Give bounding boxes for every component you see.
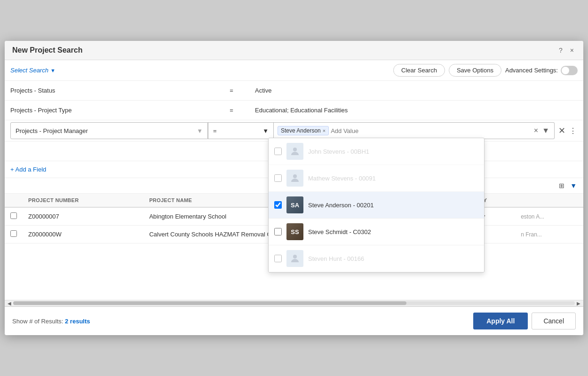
clear-search-button[interactable]: Clear Search	[393, 64, 445, 77]
dialog-title: New Project Search	[12, 46, 82, 55]
dropdown-toggle-icon[interactable]: ▼	[541, 125, 550, 136]
close-icon[interactable]: ×	[568, 46, 576, 55]
value-tag-text: Steve Anderson	[281, 127, 321, 134]
th-extra	[515, 194, 583, 207]
criteria-field-status: Projects - Status	[10, 87, 208, 94]
row2-checkbox-cell	[5, 226, 23, 243]
svg-point-0	[293, 148, 297, 151]
th-checkbox	[5, 194, 23, 207]
value-actions: × ▼	[533, 125, 550, 136]
scroll-right-icon[interactable]: ▶	[575, 300, 582, 306]
checkbox-steve-anderson[interactable]	[274, 201, 282, 209]
criteria-operator-project-type: =	[208, 107, 255, 114]
checkbox-steve-schmidt[interactable]	[274, 228, 282, 235]
svg-point-2	[293, 255, 297, 258]
avatar-steven-hunt	[286, 250, 303, 267]
field-select-text: Projects - Project Manager	[16, 127, 195, 134]
apply-all-button[interactable]: Apply All	[473, 313, 528, 329]
dialog: New Project Search ? × Select Search ▼ C…	[5, 41, 583, 335]
columns-icon[interactable]: ⊞	[558, 181, 565, 190]
advanced-settings: Advanced Settings:	[505, 66, 578, 75]
row1-checkbox-cell	[5, 207, 23, 226]
item-name-mathew-stevens: Mathew Stevens - 00091	[308, 175, 376, 182]
dialog-header: New Project Search ? ×	[5, 41, 583, 60]
chevron-down-icon: ▼	[50, 68, 56, 73]
avatar-steve-schmidt: SS	[286, 223, 303, 240]
criteria-field-project-type: Projects - Project Type	[10, 107, 208, 114]
item-name-steve-schmidt: Steve Schmidt - C0302	[308, 228, 371, 235]
th-project-number: PROJECT NUMBER	[23, 194, 143, 207]
operator-select-text: =	[213, 127, 217, 134]
checkbox-steven-hunt[interactable]	[274, 255, 282, 262]
toolbar: Select Search ▼ Clear Search Save Option…	[5, 60, 583, 81]
scrollbar-track[interactable]	[13, 301, 575, 305]
remove-row-icon[interactable]: ✕	[557, 125, 566, 137]
more-options-icon[interactable]: ⋮	[568, 125, 578, 136]
horizontal-scrollbar[interactable]: ◀ ▶	[5, 300, 583, 306]
criteria-value-project-type: Educational; Educational Facilities	[255, 107, 578, 114]
criteria-row-project-type: Projects - Project Type = Educational; E…	[5, 101, 583, 120]
criteria-operator-status: =	[208, 87, 255, 94]
select-search-label: Select Search	[10, 67, 48, 74]
dropdown-item-steven-hunt[interactable]: Steven Hunt - 00166	[269, 245, 484, 272]
operator-select-project-manager[interactable]: = ▼	[208, 122, 274, 139]
avatar-mathew-stevens	[286, 170, 303, 187]
results-prefix: Show # of Results:	[12, 318, 63, 325]
help-icon[interactable]: ?	[557, 46, 564, 55]
filter-icon[interactable]: ▼	[569, 181, 578, 190]
row2-extra: n Fran...	[515, 226, 583, 243]
criteria-value-status: Active	[255, 87, 578, 94]
dropdown-item-mathew-stevens[interactable]: Mathew Stevens - 00091	[269, 165, 484, 192]
row2-project-number: Z0000000W	[23, 226, 143, 243]
row1-project-number: Z00000007	[23, 207, 143, 226]
select-search-dropdown[interactable]: Select Search ▼	[10, 67, 56, 74]
row1-checkbox[interactable]	[10, 212, 17, 219]
field-chevron-icon: ▼	[197, 127, 203, 134]
scrollbar-thumb[interactable]	[13, 301, 406, 305]
header-icons: ? ×	[557, 46, 576, 55]
item-name-steven-hunt: Steven Hunt - 00166	[308, 255, 364, 262]
field-select-project-manager[interactable]: Projects - Project Manager ▼	[10, 122, 208, 139]
row1-extra: eston A...	[515, 207, 583, 226]
dropdown-overlay: John Stevens - 00BH1 Mathew Stevens - 00…	[268, 138, 485, 273]
value-area-project-manager: Steve Anderson × × ▼	[274, 122, 555, 139]
item-name-john-stevens: John Stevens - 00BH1	[308, 148, 369, 155]
criteria-row-status: Projects - Status = Active	[5, 81, 583, 101]
search-criteria: Projects - Status = Active Projects - Pr…	[5, 81, 583, 178]
footer-buttons: Apply All Cancel	[473, 313, 576, 329]
scroll-left-icon[interactable]: ◀	[6, 300, 13, 306]
save-options-button[interactable]: Save Options	[449, 64, 501, 77]
clear-value-icon[interactable]: ×	[533, 125, 539, 136]
remove-value-icon[interactable]: ×	[323, 128, 326, 133]
svg-point-1	[293, 174, 297, 178]
checkbox-john-stevens[interactable]	[274, 148, 282, 155]
avatar-steve-anderson: SA	[286, 196, 303, 213]
dropdown-item-steve-schmidt[interactable]: SS Steve Schmidt - C0302	[269, 219, 484, 245]
operator-chevron-icon: ▼	[262, 127, 269, 134]
add-value-input[interactable]	[331, 127, 529, 134]
results-count: Show # of Results: 2 results	[12, 318, 90, 325]
item-name-steve-anderson: Steve Anderson - 00201	[308, 202, 374, 209]
advanced-settings-label: Advanced Settings:	[505, 67, 558, 74]
criteria-row-project-manager: Projects - Project Manager ▼ = ▼ Steve A…	[5, 120, 583, 141]
checkbox-mathew-stevens[interactable]	[274, 174, 282, 182]
dialog-footer: Show # of Results: 2 results Apply All C…	[5, 306, 583, 335]
advanced-settings-toggle[interactable]	[561, 66, 578, 75]
dropdown-item-steve-anderson[interactable]: SA Steve Anderson - 00201	[269, 192, 484, 219]
value-tag-steve-anderson: Steve Anderson ×	[278, 126, 329, 135]
results-value: 2 results	[65, 318, 90, 325]
row2-checkbox[interactable]	[10, 230, 17, 237]
toolbar-right: Clear Search Save Options Advanced Setti…	[393, 64, 578, 77]
dropdown-item-john-stevens[interactable]: John Stevens - 00BH1	[269, 138, 484, 165]
avatar-john-stevens	[286, 143, 303, 160]
cancel-button[interactable]: Cancel	[532, 313, 576, 329]
